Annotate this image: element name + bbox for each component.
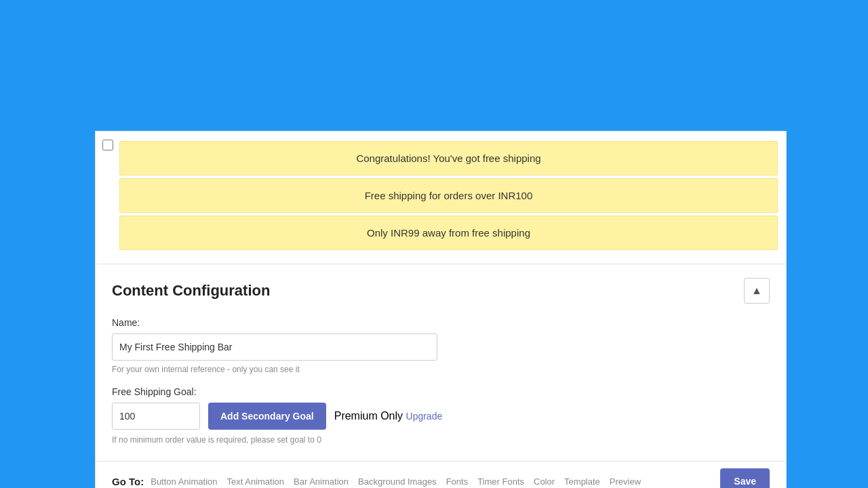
preview-checkbox[interactable] (102, 140, 113, 150)
save-button[interactable]: Save (720, 468, 770, 488)
collapse-button[interactable]: ▲ (744, 278, 770, 304)
nav-timer-fonts[interactable]: Timer Fonts (477, 476, 524, 487)
nav-fonts[interactable]: Fonts (446, 476, 469, 487)
name-label: Name: (112, 317, 770, 328)
bottom-nav: Go To: Button Animation Text Animation B… (96, 461, 786, 488)
name-input[interactable] (112, 333, 437, 361)
nav-text-animation[interactable]: Text Animation (227, 476, 285, 487)
bar-away: Only INR99 away from free shipping (119, 216, 778, 250)
premium-only-text: Premium Only Upgrade (334, 410, 443, 422)
goal-label: Free Shipping Goal: (112, 386, 770, 397)
goal-field-group: Free Shipping Goal: Add Secondary Goal P… (112, 386, 770, 445)
goal-input[interactable] (112, 403, 200, 430)
main-container: Congratulations! You've got free shippin… (95, 131, 787, 488)
name-helper-text: For your own internal reference - only y… (112, 365, 770, 374)
config-title: Content Configuration (112, 282, 270, 300)
nav-color[interactable]: Color (534, 476, 555, 487)
upgrade-link[interactable]: Upgrade (406, 411, 443, 422)
nav-background-images[interactable]: Background Images (358, 476, 437, 487)
name-field-group: Name: For your own internal reference - … (112, 317, 770, 374)
bar-congratulations: Congratulations! You've got free shippin… (119, 141, 778, 176)
config-header: Content Configuration ▲ (112, 278, 770, 304)
goal-row: Add Secondary Goal Premium Only Upgrade (112, 403, 770, 430)
go-to-label: Go To: (112, 476, 144, 487)
nav-template[interactable]: Template (564, 476, 600, 487)
content-configuration-section: Content Configuration ▲ Name: For your o… (96, 264, 786, 455)
preview-area: Congratulations! You've got free shippin… (96, 131, 786, 260)
goal-note: If no minimum order value is required, p… (112, 435, 770, 445)
add-secondary-goal-button[interactable]: Add Secondary Goal (208, 403, 326, 430)
nav-bar-animation[interactable]: Bar Animation (294, 476, 349, 487)
nav-preview[interactable]: Preview (610, 476, 641, 487)
nav-button-animation[interactable]: Button Animation (151, 476, 217, 487)
bar-free-shipping: Free shipping for orders over INR100 (119, 178, 778, 213)
